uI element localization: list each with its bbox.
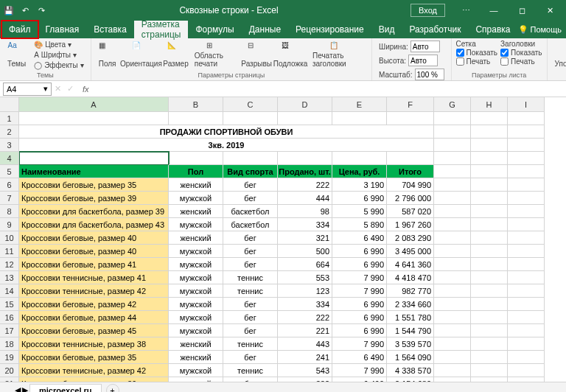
cell-D19[interactable]: 241	[278, 351, 332, 364]
cell-F19[interactable]: 1 564 090	[387, 351, 434, 364]
cell-G21[interactable]	[434, 377, 471, 382]
print-area-button[interactable]: ⊞Область печати	[192, 40, 239, 69]
tab-developer[interactable]: Разработчик	[402, 21, 468, 38]
cell-A20[interactable]: Кроссовки теннисные, размер 42	[19, 364, 169, 377]
cell-B20[interactable]: мужской	[169, 364, 223, 377]
close-icon[interactable]: ✕	[537, 0, 563, 21]
cell-C21[interactable]: бег	[223, 377, 278, 382]
cell-H13[interactable]	[471, 271, 508, 284]
cell-G9[interactable]	[434, 218, 471, 231]
cell-A1[interactable]	[19, 112, 169, 125]
cell-B15[interactable]: мужской	[169, 298, 223, 311]
cell-H3[interactable]	[471, 139, 508, 152]
undo-icon[interactable]: ↶	[19, 4, 31, 16]
cell-F13[interactable]: 4 418 470	[387, 271, 434, 284]
cell-F7[interactable]: 2 796 000	[387, 192, 434, 205]
cell-I19[interactable]	[508, 351, 545, 364]
row-header-9[interactable]: 9	[0, 218, 19, 231]
name-box[interactable]: A4▾	[3, 83, 52, 96]
row-header-12[interactable]: 12	[0, 258, 19, 271]
cell-E12[interactable]: 6 990	[332, 258, 387, 271]
row-header-21[interactable]: 21	[0, 377, 19, 382]
cell-C11[interactable]: бег	[223, 245, 278, 258]
cell-G3[interactable]	[434, 139, 471, 152]
fx-icon[interactable]: fx	[77, 85, 95, 94]
cell-C4[interactable]	[223, 152, 278, 165]
cell-B7[interactable]: мужской	[169, 192, 223, 205]
help-link[interactable]: 💡Помощь	[518, 25, 562, 35]
tab-insert[interactable]: Вставка	[86, 21, 134, 38]
cell-C10[interactable]: бег	[223, 231, 278, 245]
cell-B12[interactable]: мужской	[169, 258, 223, 271]
tab-review[interactable]: Рецензирование	[288, 21, 371, 38]
cell-H21[interactable]	[471, 377, 508, 382]
cell-C18[interactable]: теннис	[223, 337, 278, 351]
cell-A7[interactable]: Кроссовки беговые, размер 39	[19, 192, 169, 205]
cell-G10[interactable]	[434, 231, 471, 245]
cell-A17[interactable]: Кроссовки беговые, размер 45	[19, 324, 169, 337]
cell-E5[interactable]: Цена, руб.	[332, 165, 387, 178]
cell-C15[interactable]: бег	[223, 298, 278, 311]
cell-C9[interactable]: баскетбол	[223, 218, 278, 231]
cell-A2[interactable]: ПРОДАЖИ СПОРТИВНОЙ ОБУВИ	[19, 125, 434, 139]
cell-E10[interactable]: 6 490	[332, 231, 387, 245]
cell-A18[interactable]: Кроссовки теннисные, размер 38	[19, 337, 169, 351]
cell-D15[interactable]: 334	[278, 298, 332, 311]
login-button[interactable]: Вход	[410, 4, 445, 17]
tab-formulas[interactable]: Формулы	[188, 21, 241, 38]
cell-H20[interactable]	[471, 364, 508, 377]
col-header-C[interactable]: C	[223, 97, 278, 112]
themes-button[interactable]: Aa Темы	[4, 40, 29, 69]
cell-I21[interactable]	[508, 377, 545, 382]
cell-H11[interactable]	[471, 245, 508, 258]
cell-F9[interactable]: 1 967 260	[387, 218, 434, 231]
cell-D9[interactable]: 334	[278, 218, 332, 231]
cell-I1[interactable]	[508, 112, 545, 125]
cell-A6[interactable]: Кроссовки беговые, размер 35	[19, 178, 169, 192]
cell-E14[interactable]: 7 990	[332, 284, 387, 298]
cell-E13[interactable]: 7 990	[332, 271, 387, 284]
add-sheet-button[interactable]: +	[106, 384, 119, 393]
cell-E20[interactable]: 7 990	[332, 364, 387, 377]
tab-home[interactable]: Главная	[38, 21, 87, 38]
cell-B4[interactable]	[169, 152, 223, 165]
cell-G12[interactable]	[434, 258, 471, 271]
tab-data[interactable]: Данные	[242, 21, 288, 38]
cell-F15[interactable]: 2 334 660	[387, 298, 434, 311]
cell-F6[interactable]: 704 990	[387, 178, 434, 192]
cell-A13[interactable]: Кроссовки теннисные, размер 41	[19, 271, 169, 284]
cell-H16[interactable]	[471, 311, 508, 324]
cell-G18[interactable]	[434, 337, 471, 351]
background-button[interactable]: 🖼Подложка	[274, 40, 307, 69]
breaks-button[interactable]: ⊟Разрывы	[242, 40, 271, 69]
cell-G6[interactable]	[434, 178, 471, 192]
cell-A8[interactable]: Кроссовки для баскетбола, размер 39	[19, 205, 169, 218]
cell-F10[interactable]: 2 083 290	[387, 231, 434, 245]
select-all-corner[interactable]	[0, 97, 19, 112]
cell-B1[interactable]	[169, 112, 223, 125]
cell-A4[interactable]	[19, 152, 169, 165]
cell-H6[interactable]	[471, 178, 508, 192]
orientation-button[interactable]: 📄Ориентация	[122, 40, 161, 69]
cell-I15[interactable]	[508, 298, 545, 311]
sheet-nav-next-icon[interactable]: ▶	[22, 385, 28, 392]
cell-A11[interactable]: Кроссовки беговые, размер 40	[19, 245, 169, 258]
cell-I9[interactable]	[508, 218, 545, 231]
cell-G2[interactable]	[434, 125, 471, 139]
confirm-icon[interactable]: ✓	[64, 84, 77, 94]
cell-G5[interactable]	[434, 165, 471, 178]
cell-F8[interactable]: 587 020	[387, 205, 434, 218]
cell-C6[interactable]: бег	[223, 178, 278, 192]
cell-D4[interactable]	[278, 152, 332, 165]
row-header-15[interactable]: 15	[0, 298, 19, 311]
cell-I11[interactable]	[508, 245, 545, 258]
cell-A9[interactable]: Кроссовки для баскетбола, размер 43	[19, 218, 169, 231]
cell-H9[interactable]	[471, 218, 508, 231]
arrange-button[interactable]: ⬚Упорядочение	[552, 40, 566, 69]
cell-A19[interactable]: Кроссовки беговые, размер 35	[19, 351, 169, 364]
redo-icon[interactable]: ↷	[35, 4, 47, 16]
cell-I8[interactable]	[508, 205, 545, 218]
cell-I7[interactable]	[508, 192, 545, 205]
cell-G14[interactable]	[434, 284, 471, 298]
size-button[interactable]: 📐Размер	[163, 40, 188, 69]
